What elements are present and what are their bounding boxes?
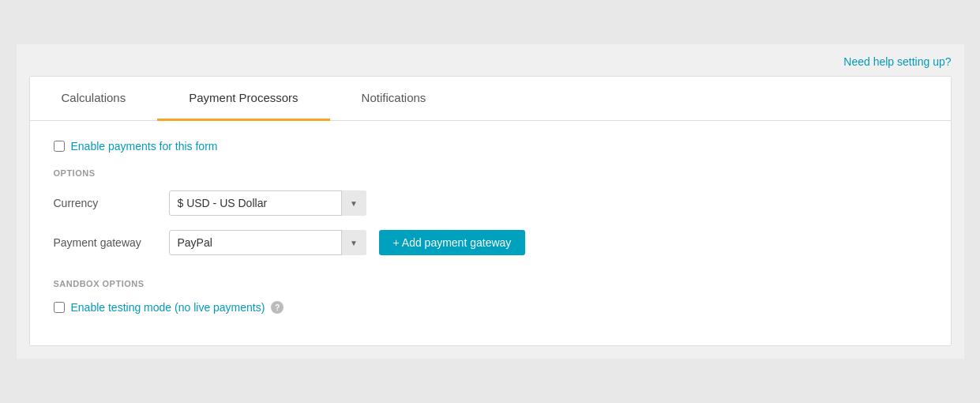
testing-mode-help-icon[interactable]: ?: [271, 301, 283, 314]
sandbox-section: SANDBOX OPTIONS Enable testing mode (no …: [54, 279, 927, 314]
payment-gateway-label: Payment gateway: [54, 236, 156, 249]
options-section: OPTIONS Currency $ USD - US Dollar € EUR…: [54, 168, 927, 255]
currency-label: Currency: [54, 197, 156, 209]
help-link-area: Need help setting up?: [17, 44, 964, 68]
tabs-bar: Calculations Payment Processors Notifica…: [30, 77, 951, 121]
tab-payment-processors[interactable]: Payment Processors: [157, 77, 329, 121]
currency-select[interactable]: $ USD - US Dollar € EUR - Euro £ GBP - B…: [169, 190, 366, 216]
payment-gateway-row: Payment gateway PayPal Stripe Authorize.…: [54, 230, 927, 255]
main-card: Calculations Payment Processors Notifica…: [29, 76, 952, 346]
add-gateway-button[interactable]: + Add payment gateway: [379, 230, 526, 255]
currency-select-wrapper: $ USD - US Dollar € EUR - Euro £ GBP - B…: [169, 190, 366, 216]
testing-mode-checkbox[interactable]: [54, 302, 65, 313]
enable-payments-label: Enable payments for this form: [71, 140, 218, 153]
options-section-title: OPTIONS: [54, 168, 927, 178]
tab-calculations[interactable]: Calculations: [30, 77, 158, 121]
enable-payments-checkbox[interactable]: [54, 141, 65, 152]
enable-payments-row: Enable payments for this form: [54, 140, 927, 153]
payment-gateway-select[interactable]: PayPal Stripe Authorize.net: [169, 230, 366, 255]
payment-gateway-select-wrapper: PayPal Stripe Authorize.net: [169, 230, 366, 255]
sandbox-row: Enable testing mode (no live payments) ?: [54, 301, 927, 314]
currency-row: Currency $ USD - US Dollar € EUR - Euro …: [54, 190, 927, 216]
tab-content: Enable payments for this form OPTIONS Cu…: [30, 121, 951, 345]
help-link[interactable]: Need help setting up?: [843, 55, 951, 68]
testing-mode-label: Enable testing mode (no live payments): [71, 301, 265, 314]
tab-notifications[interactable]: Notifications: [330, 77, 458, 121]
page-wrapper: Need help setting up? Calculations Payme…: [17, 44, 964, 359]
sandbox-section-title: SANDBOX OPTIONS: [54, 279, 927, 288]
